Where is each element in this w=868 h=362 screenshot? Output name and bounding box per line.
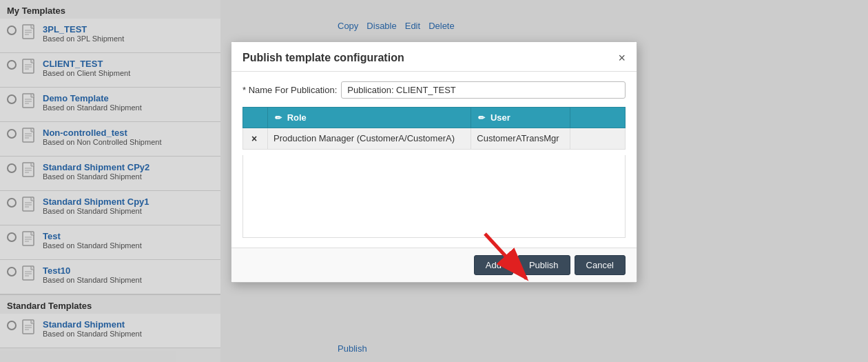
- modal-title: Publish template configuration: [242, 52, 404, 64]
- table-header-role: ✏ Role: [268, 108, 471, 128]
- cancel-button[interactable]: Cancel: [575, 255, 626, 275]
- publish-template-modal: Publish template configuration × * Name …: [231, 41, 637, 283]
- row-role-cell: Production Manager (CustomerA/CustomerA): [268, 128, 471, 150]
- table-row: × Production Manager (CustomerA/Customer…: [243, 128, 626, 150]
- table-header-actions: [570, 108, 626, 128]
- modal-header: Publish template configuration ×: [231, 42, 637, 72]
- modal-close-button[interactable]: ×: [618, 52, 626, 64]
- modal-footer: Add Publish Cancel: [231, 248, 637, 282]
- role-user-table: ✏ Role ✏ User: [242, 107, 626, 150]
- table-empty-area: [242, 155, 626, 238]
- row-delete-button[interactable]: ×: [249, 133, 260, 144]
- pencil-icon: ✏: [275, 113, 282, 123]
- name-label: * Name For Publication:: [242, 85, 337, 95]
- row-delete-cell: ×: [243, 128, 268, 150]
- pencil-icon: ✏: [478, 113, 485, 123]
- row-action-cell: [570, 128, 626, 150]
- name-input[interactable]: [341, 81, 626, 99]
- modal-body: * Name For Publication: ✏ Role: [231, 72, 637, 248]
- page-background: My Templates 3PL_TEST Based on 3PL Shipm…: [0, 0, 868, 362]
- table-header-user: ✏ User: [471, 108, 570, 128]
- row-user-cell: CustomerATransMgr: [471, 128, 570, 150]
- publish-button[interactable]: Publish: [517, 255, 570, 275]
- modal-overlay: Publish template configuration × * Name …: [0, 0, 868, 362]
- name-form-row: * Name For Publication:: [242, 81, 626, 99]
- add-button[interactable]: Add: [474, 255, 513, 275]
- table-header-spacer: [243, 108, 268, 128]
